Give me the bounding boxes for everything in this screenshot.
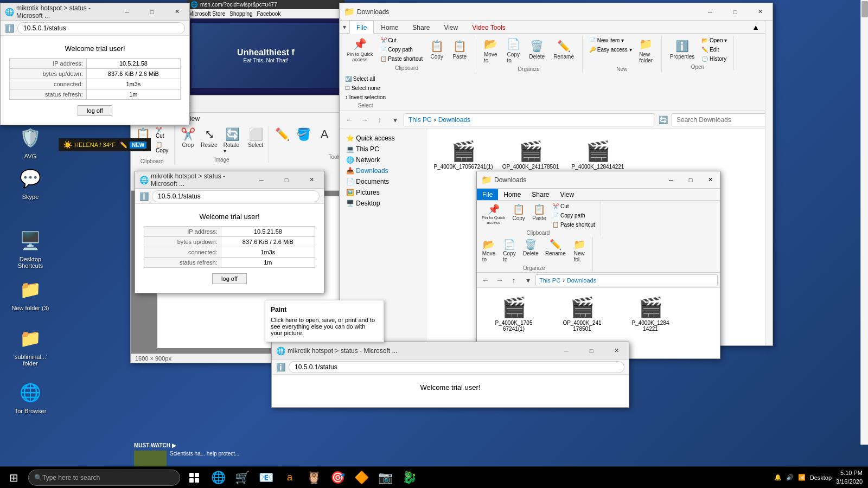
sidebar-pictures[interactable]: 🖼️ Pictures xyxy=(342,187,424,198)
browser-main-minimize-button[interactable]: ─ xyxy=(114,3,139,21)
paste-shortcut-button[interactable]: 📋 Paste shortcut xyxy=(378,54,425,63)
this-pc-link[interactable]: This PC xyxy=(409,116,432,124)
explorer-main-maximize[interactable]: □ xyxy=(723,3,748,21)
desktop-icon-subliminal[interactable]: 📁 'subliminal...' folder xyxy=(9,325,52,367)
explorer2-recent[interactable]: ▾ xyxy=(521,274,534,287)
copy-path-button[interactable]: 📄 Copy path xyxy=(378,45,425,54)
sidebar-quick-access[interactable]: ⭐ Quick access xyxy=(342,133,424,144)
forward-button[interactable]: → xyxy=(358,113,371,126)
sidebar-network[interactable]: 🌐 Network xyxy=(342,155,424,165)
browser-small-maximize[interactable]: □ xyxy=(274,171,299,189)
tab-home[interactable]: Home xyxy=(374,21,405,34)
move-to-button[interactable]: 📂 Moveto xyxy=(480,36,501,65)
browser-tiny-maximize[interactable]: □ xyxy=(579,342,604,359)
edit-button[interactable]: ✏️ Edit xyxy=(699,45,729,54)
explorer-main-close[interactable]: ✕ xyxy=(748,3,773,21)
taskbar-mail[interactable]: 📧 xyxy=(254,467,278,489)
browser-tiny-minimize[interactable]: ─ xyxy=(554,342,579,359)
new-item-button[interactable]: 📄 New item ▾ xyxy=(587,36,634,44)
explorer2-close[interactable]: ✕ xyxy=(700,172,720,188)
explorer2-copyto-button[interactable]: 📄 Copyto xyxy=(500,237,519,264)
start-button[interactable]: ⊞ xyxy=(0,467,27,489)
select-none-button[interactable]: ☐ Select none xyxy=(343,84,388,92)
taskbar-app9[interactable]: 🐉 xyxy=(397,467,421,489)
properties-button[interactable]: ℹ️ Properties xyxy=(666,36,699,63)
explorer2-file-3[interactable]: 🎬 P_4000K_128414221 xyxy=(618,292,683,336)
browser-small-logoff-button[interactable]: log off xyxy=(212,273,247,284)
delete-button[interactable]: 🗑️ Delete xyxy=(525,36,548,63)
pin-to-quick-access-button[interactable]: 📌 Pin to Quickaccess xyxy=(343,36,377,64)
taskbar-desktop-button[interactable]: Desktop xyxy=(810,474,832,481)
tab-shopping[interactable]: Shopping xyxy=(229,11,252,17)
explorer2-pin-button[interactable]: 📌 Pin to Quickaccess xyxy=(479,202,508,229)
search-input[interactable] xyxy=(672,113,769,126)
taskbar-volume-icon[interactable]: 🔊 xyxy=(786,474,794,481)
desktop-icon-skype[interactable]: 💬 Skype xyxy=(9,165,52,200)
tab-video-tools[interactable]: Video Tools xyxy=(465,21,513,34)
explorer2-copy-button[interactable]: 📋 Copy xyxy=(509,202,528,229)
explorer2-tab-file[interactable]: File xyxy=(477,189,498,200)
tab-share[interactable]: Share xyxy=(405,21,437,34)
file-item-3[interactable]: 🎬 P_4000K_128414221 xyxy=(565,133,630,176)
scrollbar-thumb[interactable] xyxy=(861,1,868,17)
desktop-scrollbar[interactable] xyxy=(860,0,868,445)
select-all-button[interactable]: ☑️ Select all xyxy=(343,74,388,83)
explorer2-maximize[interactable]: □ xyxy=(681,172,700,188)
explorer2-delete-button[interactable]: 🗑️ Delete xyxy=(520,237,541,264)
paint-crop-button[interactable]: ✂️ Crop xyxy=(178,126,197,153)
file-item-2[interactable]: 🎬 OP_4000K_241178501 xyxy=(498,133,563,176)
explorer-main-minimize[interactable]: ─ xyxy=(698,3,723,21)
logoff-button[interactable]: log off xyxy=(78,105,112,116)
paint-fill-button[interactable]: 🪣 xyxy=(293,126,314,153)
browser-main-maximize-button[interactable]: □ xyxy=(139,3,164,21)
tab-facebook[interactable]: Facebook xyxy=(257,11,281,17)
sidebar-this-pc[interactable]: 💻 This PC xyxy=(342,144,424,155)
sidebar-documents[interactable]: 📄 Documents xyxy=(342,176,424,187)
cut-button[interactable]: ✂️ Cut xyxy=(378,36,425,44)
explorer2-back[interactable]: ← xyxy=(479,274,492,287)
browser-small-minimize[interactable]: ─ xyxy=(249,171,274,189)
history-button[interactable]: 🕐 History xyxy=(699,54,729,63)
browser-main-url-input[interactable] xyxy=(17,22,185,34)
sidebar-downloads[interactable]: 📥 Downloads xyxy=(342,165,424,176)
paste-button[interactable]: 📋 Paste xyxy=(449,36,470,63)
tab-view[interactable]: View xyxy=(437,21,465,34)
explorer2-this-pc[interactable]: This PC xyxy=(539,277,560,284)
explorer2-copy-path-button[interactable]: 📄 Copy path xyxy=(550,211,597,220)
taskbar-app7[interactable]: 🎯 xyxy=(326,467,349,489)
explorer2-rename-button[interactable]: ✏️ Rename xyxy=(542,237,569,264)
explorer2-tab-view[interactable]: View xyxy=(554,189,579,200)
explorer2-newfolder-button[interactable]: 📁 Newfol. xyxy=(570,237,589,264)
open-button[interactable]: 📂 Open ▾ xyxy=(699,36,729,44)
taskbar-notification-icon[interactable]: 🔔 xyxy=(774,474,782,481)
chevron-up-icon[interactable]: ▲ xyxy=(748,23,764,31)
paint-copy-button[interactable]: 📋 Copy xyxy=(154,140,171,155)
easy-access-button[interactable]: 🔑 Easy access ▾ xyxy=(587,45,634,54)
paint-pencil-button[interactable]: ✏️ xyxy=(272,126,292,153)
taskbar-search[interactable]: 🔍 Type here to search xyxy=(28,470,180,486)
paint-text-button[interactable]: A xyxy=(315,126,334,153)
explorer2-cut-button[interactable]: ✂️ Cut xyxy=(550,202,597,210)
explorer2-tab-home[interactable]: Home xyxy=(498,189,526,200)
up-button[interactable]: ↑ xyxy=(373,113,386,126)
paint-rotate-button[interactable]: 🔄 Rotate ▾ xyxy=(221,126,245,156)
explorer2-move-button[interactable]: 📂 Moveto xyxy=(479,237,499,264)
browser-small-url-input[interactable] xyxy=(152,190,320,202)
explorer2-paste-shortcut-button[interactable]: 📋 Paste shortcut xyxy=(550,220,597,229)
back-button[interactable]: ← xyxy=(343,113,356,126)
explorer2-forward[interactable]: → xyxy=(493,274,506,287)
sidebar-desktop[interactable]: 🖥️ Desktop xyxy=(342,198,424,209)
address-bar[interactable]: This PC › Downloads xyxy=(404,113,654,126)
taskbar-tripadvisor[interactable]: 🦉 xyxy=(302,467,326,489)
taskbar-amazon[interactable]: a xyxy=(278,467,302,489)
taskbar-vlc[interactable]: 🔶 xyxy=(349,467,373,489)
invert-selection-button[interactable]: ↕️ Invert selection xyxy=(343,93,388,101)
desktop-icon-avg[interactable]: 🛡️ AVG xyxy=(9,125,52,159)
recent-button[interactable]: ▾ xyxy=(388,113,401,126)
browser-tiny-close[interactable]: ✕ xyxy=(604,342,629,359)
paint-resize-button[interactable]: ⤡ Resize xyxy=(199,126,219,153)
rename-button[interactable]: ✏️ Rename xyxy=(550,36,578,63)
taskbar-task-view[interactable] xyxy=(182,467,206,489)
browser-small-close[interactable]: ✕ xyxy=(299,171,324,189)
explorer2-tab-share[interactable]: Share xyxy=(526,189,554,200)
